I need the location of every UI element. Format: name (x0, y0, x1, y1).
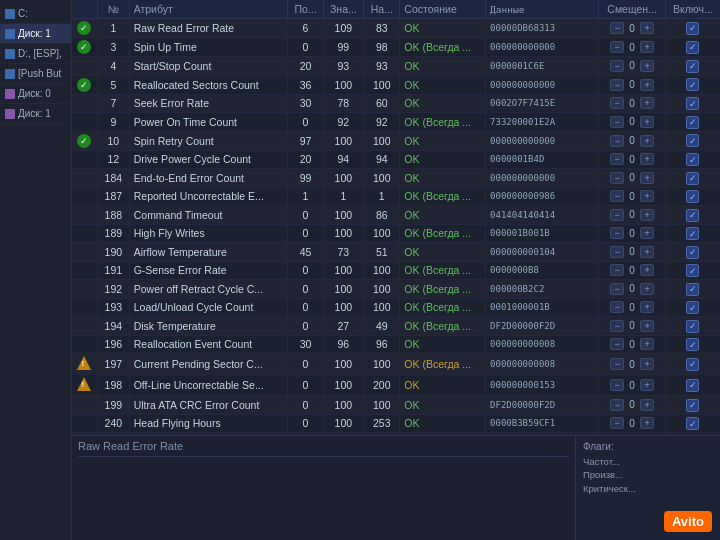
table-row[interactable]: !198Off-Line Uncorrectable Se...0100200O… (72, 375, 720, 396)
include-checkbox[interactable]: ✓ (686, 379, 699, 392)
shift-plus-btn[interactable]: + (640, 417, 654, 429)
shift-minus-btn[interactable]: − (610, 172, 624, 184)
shift-plus-btn[interactable]: + (640, 116, 654, 128)
shift-minus-btn[interactable]: − (610, 301, 624, 313)
attr-shift[interactable]: − 0 + (599, 317, 665, 336)
table-row[interactable]: 188Command Timeout010086OK041404140414 −… (72, 206, 720, 225)
shift-minus-btn[interactable]: − (610, 97, 624, 109)
col-po-header[interactable]: По... (288, 0, 323, 19)
include-checkbox[interactable]: ✓ (686, 172, 699, 185)
col-status-header[interactable]: Состояние (400, 0, 486, 19)
attr-shift[interactable]: − 0 + (599, 75, 665, 94)
include-checkbox[interactable]: ✓ (686, 41, 699, 54)
attr-include[interactable]: ✓ (665, 354, 720, 375)
include-checkbox[interactable]: ✓ (686, 60, 699, 73)
shift-plus-btn[interactable]: + (640, 79, 654, 91)
table-row[interactable]: ✓10Spin Retry Count97100100OK00000000000… (72, 131, 720, 150)
attr-shift[interactable]: − 0 + (599, 57, 665, 76)
table-row[interactable]: 193Load/Unload Cycle Count0100100OK (Все… (72, 298, 720, 317)
attr-shift[interactable]: − 0 + (599, 19, 665, 38)
include-checkbox[interactable]: ✓ (686, 358, 699, 371)
attr-include[interactable]: ✓ (665, 375, 720, 396)
shift-minus-btn[interactable]: − (610, 246, 624, 258)
shift-plus-btn[interactable]: + (640, 283, 654, 295)
attr-include[interactable]: ✓ (665, 150, 720, 169)
sidebar-item-c[interactable]: C: (0, 4, 71, 24)
col-incl-header[interactable]: Включ... (665, 0, 720, 19)
table-row[interactable]: 190Airflow Temperature457351OK0000000001… (72, 243, 720, 262)
include-checkbox[interactable]: ✓ (686, 283, 699, 296)
attr-include[interactable]: ✓ (665, 131, 720, 150)
include-checkbox[interactable]: ✓ (686, 338, 699, 351)
shift-plus-btn[interactable]: + (640, 399, 654, 411)
include-checkbox[interactable]: ✓ (686, 97, 699, 110)
shift-minus-btn[interactable]: − (610, 379, 624, 391)
include-checkbox[interactable]: ✓ (686, 301, 699, 314)
shift-minus-btn[interactable]: − (610, 22, 624, 34)
shift-plus-btn[interactable]: + (640, 301, 654, 313)
table-row[interactable]: ✓5Reallocated Sectors Count36100100OK000… (72, 75, 720, 94)
table-row[interactable]: 191G-Sense Error Rate0100100OK (Всегда .… (72, 261, 720, 280)
attr-include[interactable]: ✓ (665, 187, 720, 206)
shift-minus-btn[interactable]: − (610, 60, 624, 72)
table-row[interactable]: 12Drive Power Cycle Count209494OK0000001… (72, 150, 720, 169)
shift-minus-btn[interactable]: − (610, 338, 624, 350)
shift-minus-btn[interactable]: − (610, 358, 624, 370)
sidebar-item-disk1[interactable]: Диск: 1 (0, 24, 71, 44)
attr-include[interactable]: ✓ (665, 335, 720, 354)
include-checkbox[interactable]: ✓ (686, 417, 699, 430)
col-shift-header[interactable]: Смещен... (599, 0, 665, 19)
attr-include[interactable]: ✓ (665, 414, 720, 433)
shift-plus-btn[interactable]: + (640, 358, 654, 370)
attr-shift[interactable]: − 0 + (599, 131, 665, 150)
shift-plus-btn[interactable]: + (640, 264, 654, 276)
include-checkbox[interactable]: ✓ (686, 320, 699, 333)
attr-include[interactable]: ✓ (665, 94, 720, 113)
include-checkbox[interactable]: ✓ (686, 190, 699, 203)
attr-shift[interactable]: − 0 + (599, 354, 665, 375)
shift-plus-btn[interactable]: + (640, 60, 654, 72)
attr-shift[interactable]: − 0 + (599, 187, 665, 206)
shift-minus-btn[interactable]: − (610, 264, 624, 276)
shift-minus-btn[interactable]: − (610, 153, 624, 165)
shift-minus-btn[interactable]: − (610, 79, 624, 91)
attr-include[interactable]: ✓ (665, 243, 720, 262)
attr-shift[interactable]: − 0 + (599, 150, 665, 169)
shift-minus-btn[interactable]: − (610, 41, 624, 53)
attr-shift[interactable]: − 0 + (599, 396, 665, 415)
attr-shift[interactable]: − 0 + (599, 38, 665, 57)
col-val-header[interactable]: Зна... (323, 0, 363, 19)
shift-minus-btn[interactable]: − (610, 417, 624, 429)
attr-shift[interactable]: − 0 + (599, 414, 665, 433)
shift-minus-btn[interactable]: − (610, 190, 624, 202)
attr-shift[interactable]: − 0 + (599, 280, 665, 299)
shift-plus-btn[interactable]: + (640, 246, 654, 258)
table-row[interactable]: 240Head Flying Hours0100253OK0000B3B59CF… (72, 414, 720, 433)
include-checkbox[interactable]: ✓ (686, 264, 699, 277)
shift-plus-btn[interactable]: + (640, 97, 654, 109)
attr-shift[interactable]: − 0 + (599, 169, 665, 188)
attr-shift[interactable]: − 0 + (599, 94, 665, 113)
col-attr-header[interactable]: Атрибут (129, 0, 288, 19)
sidebar-item-d[interactable]: D:, [ESP], (0, 44, 71, 64)
shift-plus-btn[interactable]: + (640, 227, 654, 239)
table-row[interactable]: ✓3Spin Up Time09998OK (Всегда ...0000000… (72, 38, 720, 57)
col-data-header[interactable]: Данные (486, 0, 599, 19)
table-row[interactable]: 9Power On Time Count09292OK (Всегда ...7… (72, 113, 720, 132)
include-checkbox[interactable]: ✓ (686, 22, 699, 35)
attr-include[interactable]: ✓ (665, 317, 720, 336)
attr-shift[interactable]: − 0 + (599, 335, 665, 354)
shift-plus-btn[interactable]: + (640, 153, 654, 165)
shift-minus-btn[interactable]: − (610, 227, 624, 239)
table-row[interactable]: 189High Fly Writes0100100OK (Всегда ...0… (72, 224, 720, 243)
attr-shift[interactable]: − 0 + (599, 113, 665, 132)
shift-minus-btn[interactable]: − (610, 399, 624, 411)
attr-include[interactable]: ✓ (665, 261, 720, 280)
sidebar-item-disk0[interactable]: Диск: 0 (0, 84, 71, 104)
attr-include[interactable]: ✓ (665, 206, 720, 225)
table-row[interactable]: 194Disk Temperature02749OK (Всегда ...DF… (72, 317, 720, 336)
shift-plus-btn[interactable]: + (640, 135, 654, 147)
include-checkbox[interactable]: ✓ (686, 78, 699, 91)
sidebar-item-push[interactable]: [Push But (0, 64, 71, 84)
shift-minus-btn[interactable]: − (610, 283, 624, 295)
